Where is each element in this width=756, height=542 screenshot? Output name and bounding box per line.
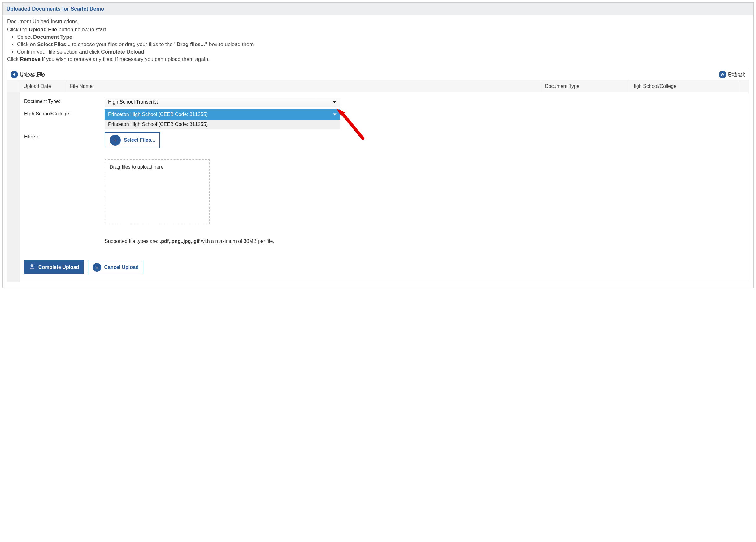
text: Click the (7, 27, 29, 33)
text-bold: Upload File (29, 27, 57, 33)
school-option[interactable]: Princeton High School (CEEB Code: 311255… (105, 120, 340, 129)
text-bold: Complete Upload (101, 49, 144, 55)
form-gutter (7, 93, 20, 282)
chevron-down-icon (333, 114, 337, 116)
text-bold: .pdf,.png,.jpg,.gif (160, 239, 200, 244)
grid-header-school: High School/College (628, 80, 739, 92)
document-type-value: High School Transcript (108, 99, 158, 105)
field-files: Select Files... Drag files to upload her… (105, 132, 340, 274)
instructions-list: Select Document Type Click on Select Fil… (11, 34, 749, 55)
text: Confirm your file selection and click (17, 49, 101, 55)
refresh-label: Refresh (728, 72, 745, 77)
close-icon (93, 263, 101, 271)
grid-header-handle (7, 80, 20, 92)
instruction-bullet-2: Click on Select Files... to choose your … (17, 41, 749, 48)
text-bold: "Drag files..." (174, 41, 207, 47)
cancel-upload-button[interactable]: Cancel Upload (88, 260, 143, 274)
grid-header-file-name[interactable]: File Name (66, 80, 541, 92)
supported-file-types: Supported file types are: .pdf,.png,.jpg… (105, 239, 340, 244)
refresh-icon (719, 71, 726, 78)
school-dropdown[interactable]: Princeton High School (CEEB Code: 311255… (105, 109, 340, 120)
grid-header-document-type: Document Type (541, 80, 628, 92)
grid-toolbar: + Upload File Refresh (7, 69, 749, 80)
text: button below to start (57, 27, 106, 33)
instruction-line-1: Click the Upload File button below to st… (7, 27, 749, 33)
text: with a maximum of 30MB per file. (200, 239, 274, 244)
text-bold: Remove (20, 56, 41, 62)
upload-form-area: Document Type: High School Transcript Hi… (7, 93, 749, 282)
school-dropdown-list: Princeton High School (CEEB Code: 311255… (105, 120, 340, 129)
label-school: High School/College: (24, 109, 105, 117)
label-files: File(s): (24, 132, 105, 140)
grid-header-end (739, 80, 749, 92)
panel-body: Document Upload Instructions Click the U… (3, 15, 753, 288)
row-school: High School/College: Princeton High Scho… (24, 109, 744, 120)
upload-grid: + Upload File Refresh Upload Date File N… (7, 69, 749, 282)
text: Click (7, 56, 20, 62)
refresh-button[interactable]: Refresh (719, 71, 745, 78)
school-value: Princeton High School (CEEB Code: 311255… (108, 112, 208, 117)
field-school: Princeton High School (CEEB Code: 311255… (105, 109, 340, 120)
cancel-upload-label: Cancel Upload (104, 265, 139, 270)
plus-circle-icon (110, 135, 121, 146)
text: Click on (17, 41, 37, 47)
row-document-type: Document Type: High School Transcript (24, 97, 744, 107)
upload-file-button[interactable]: + Upload File (11, 71, 45, 78)
select-files-button[interactable]: Select Files... (105, 132, 160, 148)
grid-header-upload-date[interactable]: Upload Date (20, 80, 66, 92)
text: to choose your files or drag your files … (71, 41, 174, 47)
field-document-type: High School Transcript (105, 97, 340, 107)
dropzone-text: Drag files to upload here (110, 164, 163, 170)
instruction-bullet-1: Select Document Type (17, 34, 749, 40)
text: box to upload them (207, 41, 254, 47)
form-body: Document Type: High School Transcript Hi… (20, 93, 749, 282)
upload-file-label: Upload File (20, 72, 45, 77)
grid-header-row: Upload Date File Name Document Type High… (7, 80, 749, 93)
upload-icon (28, 263, 35, 271)
uploaded-documents-panel: Uploaded Documents for Scarlet Demo Docu… (2, 2, 754, 288)
row-files: File(s): Select Files... Drag files to u… (24, 132, 744, 274)
instructions-title: Document Upload Instructions (7, 19, 749, 25)
text: Supported file types are: (105, 239, 160, 244)
text: Select (17, 34, 33, 40)
select-files-label: Select Files... (124, 137, 155, 143)
file-dropzone[interactable]: Drag files to upload here (105, 159, 210, 224)
text-bold: Document Type (33, 34, 72, 40)
panel-title: Uploaded Documents for Scarlet Demo (3, 3, 753, 15)
document-type-dropdown[interactable]: High School Transcript (105, 97, 340, 107)
complete-upload-label: Complete Upload (38, 265, 79, 270)
label-document-type: Document Type: (24, 97, 105, 104)
text: if you wish to remove any files. If nece… (41, 56, 210, 62)
instruction-line-remove: Click Remove if you wish to remove any f… (7, 56, 749, 63)
action-row: Complete Upload Cancel Upload (24, 260, 340, 274)
chevron-down-icon (333, 101, 337, 103)
plus-icon: + (11, 71, 18, 78)
text-bold: Select Files... (37, 41, 71, 47)
instruction-bullet-3: Confirm your file selection and click Co… (17, 49, 749, 55)
complete-upload-button[interactable]: Complete Upload (24, 260, 84, 274)
